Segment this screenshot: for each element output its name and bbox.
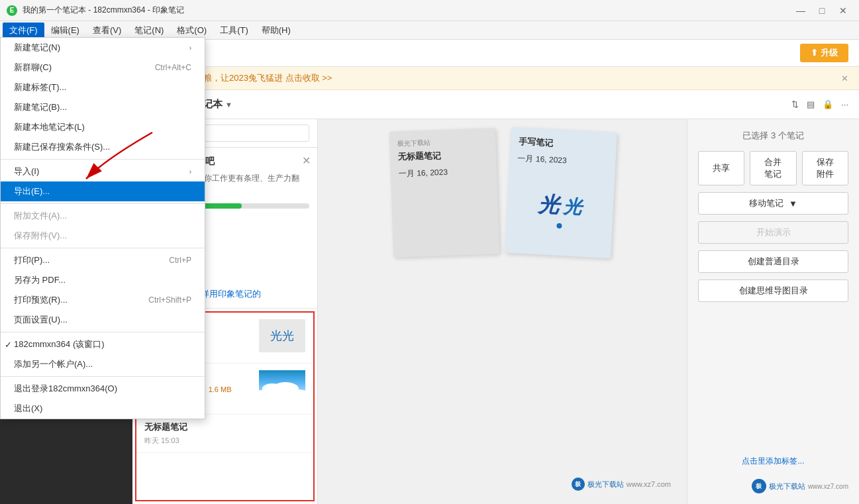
upgrade-button[interactable]: ⬆ 升级 [800,44,848,62]
menu-view[interactable]: 查看(V) [86,23,128,38]
action-logo-text: 极光下载站 [769,481,805,491]
note-item-untitled[interactable]: 无标题笔记 昨天 15:03 [136,415,313,453]
dropdown-print-preview[interactable]: 打印预览(R)... Ctrl+Shift+P [1,290,205,310]
app-icon: E [7,5,17,16]
menu-note[interactable]: 笔记(N) [128,23,170,38]
dropdown-logout[interactable]: 退出登录182cmmxn364(O) [1,379,205,399]
note-title-untitled: 无标题笔记 [144,421,305,433]
dropdown-new-note[interactable]: 新建笔记(N) › [1,38,205,58]
card-handwriting-title: 手写笔记 [518,136,609,152]
dropdown-new-saved[interactable]: 新建已保存搜索条件(S)... [1,137,205,157]
app-body: ⊞ 模板 🗑 废纸篓 ⊞ 注册「印象TEAMS」 🔔 我的消息 ⬆ 升级 这份新 [0,40,859,504]
card-untitled-date: 一月 16, 2023 [398,166,489,180]
merge-button[interactable]: 合并笔记 [750,151,796,185]
menu-file[interactable]: 文件(F) [3,23,44,38]
dropdown-account[interactable]: 182cmmxn364 (该窗口) [1,334,205,354]
layout-icon[interactable]: ▤ [807,99,815,109]
dropdown-save-attach: 保存附件(V)... [1,226,205,246]
content-header: 我的第一个笔记本 ▼ ⇅ ▤ 🔒 ··· [132,90,859,119]
dropdown-new-local[interactable]: 新建本地笔记本(L) [1,117,205,137]
chevron-down-icon[interactable]: ▼ [225,101,232,109]
dropdown-new-chat[interactable]: 新群聊(C) Ctrl+Alt+C [1,58,205,77]
card-handwriting[interactable]: 手写笔记 一月 16, 2023 光 光 [505,127,617,258]
dropdown-save-pdf[interactable]: 另存为 PDF... [1,270,205,290]
dropdown-import[interactable]: 导入(I) › [1,162,205,181]
title-bar: E 我的第一个笔记本 - 182cmmxn364 - 印象笔记 — □ ✕ [0,0,859,21]
move-dropdown[interactable]: 移动笔记 ▼ [698,192,848,215]
create-mind-button[interactable]: 创建思维导图目录 [698,279,848,302]
notif-close-button[interactable]: ✕ [841,74,848,83]
welcome-close-button[interactable]: ✕ [302,154,311,167]
selection-count: 已选择 3 个笔记 [698,130,848,142]
dropdown-page-setup[interactable]: 页面设置(U)... [1,310,205,330]
sep-4 [1,332,205,332]
sort-icon[interactable]: ⇅ [791,99,799,109]
upgrade-icon: ⬆ [811,48,818,58]
cards-row: 极光下载站 无标题笔记 一月 16, 2023 手写笔记 一月 16, 2023… [328,130,676,256]
maximize-button[interactable]: □ [813,4,831,17]
card-untitled-title: 无标题笔记 [397,148,488,164]
action-panel: 已选择 3 个笔记 共享 合并笔记 保存附件 移动笔记 ▼ 开始演示 创建普通目… [687,119,859,504]
logo-icon: 极 [572,478,585,491]
file-dropdown-menu: 新建笔记(N) › 新群聊(C) Ctrl+Alt+C 新建标签(T)... 新… [0,37,205,419]
move-label: 移动笔记 [749,197,783,209]
card-handwriting-date: 一月 16, 2023 [517,153,608,169]
menu-edit[interactable]: 编辑(E) [44,23,86,38]
dropdown-new-tag[interactable]: 新建标签(T)... [1,77,205,97]
import-arrow: › [189,168,191,176]
share-button[interactable]: 共享 [698,151,744,185]
note-thumb-handwriting: 光光 [259,319,305,352]
logo-text: 极光下载站 [587,479,624,489]
action-logo-url: www.xz7.com [808,483,848,490]
dropdown-attach: 附加文件(A)... [1,206,205,226]
logo-url: www.xz7.com [627,480,671,488]
dropdown-print[interactable]: 打印(P)... Ctrl+P [1,250,205,270]
new-note-arrow: › [189,44,191,52]
logo-area: 极 极光下载站 www.xz7.com [328,475,676,493]
sep-2 [1,203,205,204]
note-cards-area: 极光下载站 无标题笔记 一月 16, 2023 手写笔记 一月 16, 2023… [318,119,687,504]
title-bar-left: E 我的第一个笔记本 - 182cmmxn364 - 印象笔记 [7,5,184,16]
dropdown-new-note-b[interactable]: 新建笔记(B)... [1,97,205,117]
dropdown-add-account[interactable]: 添加另一个帐户(A)... [1,354,205,374]
title-bar-controls: — □ ✕ [791,4,852,17]
sep-5 [1,376,205,377]
close-button[interactable]: ✕ [834,4,852,17]
more-icon[interactable]: ··· [841,99,848,109]
menu-format[interactable]: 格式(O) [170,23,213,38]
dropdown-quit[interactable]: 退出(X) [1,399,205,419]
save-attach-button[interactable]: 保存附件 [802,151,848,185]
content-area: ✕ 从基础功能开始吧 完成这些步骤，让你工作更有条理、生产力翻倍。 创建笔记 设… [132,119,859,504]
minimize-button[interactable]: — [791,4,810,17]
action-logo-icon: 极 [752,479,766,493]
right-area: 🔔 我的消息 ⬆ 升级 这份新春精神食粮，让2023兔飞猛进 点击收取 >> ✕… [132,40,859,504]
create-toc-button[interactable]: 创建普通目录 [698,250,848,273]
sep-1 [1,159,205,160]
menu-tools[interactable]: 工具(T) [213,23,255,38]
sep-3 [1,248,205,248]
action-row-1: 共享 合并笔记 保存附件 [698,151,848,185]
card-handwriting-content: 光 光 [513,172,607,250]
card-source-label: 极光下载站 [397,136,487,149]
notification-bar: 这份新春精神食粮，让2023兔飞猛进 点击收取 >> ✕ [132,67,859,90]
lock-icon[interactable]: 🔒 [823,99,833,109]
slideshow-button: 开始演示 [698,221,848,244]
menu-help[interactable]: 帮助(H) [255,23,297,38]
card-untitled[interactable]: 极光下载站 无标题笔记 一月 16, 2023 [389,128,499,257]
add-tags-link[interactable]: 点击里添加标签... [698,456,848,467]
note-date-untitled: 昨天 15:03 [144,436,305,446]
dropdown-export[interactable]: 导出(E)... [1,181,205,201]
window-title: 我的第一个笔记本 - 182cmmxn364 - 印象笔记 [23,5,184,16]
move-arrow-icon: ▼ [789,199,797,209]
note-thumb-sky [259,370,305,403]
